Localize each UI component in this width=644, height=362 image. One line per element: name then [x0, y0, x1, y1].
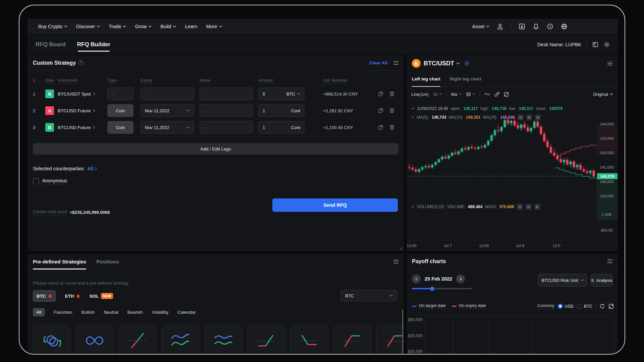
gear-icon[interactable] — [526, 204, 532, 210]
asset-chip-eth[interactable]: ETH — [65, 294, 80, 299]
filter-neutral[interactable]: Neutral — [104, 310, 118, 315]
fullscreen-icon[interactable] — [504, 92, 509, 97]
expiry-select[interactable]: Nov 11,2022 — [141, 104, 194, 117]
duplicate-icon[interactable] — [378, 125, 383, 130]
nav-item-learn[interactable]: Learn — [185, 24, 197, 29]
type-button[interactable]: Coin — [107, 104, 133, 117]
drawing-tools-icon[interactable] — [494, 92, 499, 97]
tab-right-leg-chart[interactable]: Right leg chart — [450, 71, 482, 86]
duplicate-icon[interactable] — [378, 108, 383, 113]
instrument-link[interactable]: BTCUSD Future — [58, 125, 107, 130]
eye-icon[interactable] — [517, 204, 523, 210]
anonymous-checkbox-row[interactable]: Anonymous — [33, 178, 67, 184]
tab-rfq-board[interactable]: RFQ Board — [36, 34, 66, 55]
anonymous-checkbox[interactable] — [33, 178, 39, 184]
panel-menu-icon[interactable] — [607, 259, 612, 263]
indicator-line-icon[interactable] — [484, 93, 490, 96]
strike-input[interactable]: -- — [200, 121, 253, 134]
analysis-button[interactable]: Analysis — [591, 274, 613, 287]
notifications-icon[interactable] — [533, 23, 539, 30]
legend-target-date[interactable]: On target date — [412, 303, 446, 309]
payoff-plot[interactable]: $60,000$30,000$30,000 — [407, 313, 618, 355]
type-input[interactable]: -- — [107, 87, 133, 100]
strategy-card-long-put[interactable] — [290, 325, 328, 355]
strategy-card-future-long[interactable] — [119, 325, 156, 355]
help-icon[interactable]: ? — [547, 23, 553, 30]
expiry-select[interactable]: Nov 11,2022 — [141, 121, 194, 134]
scale-select[interactable]: Original — [593, 92, 613, 97]
panel-menu-icon[interactable] — [393, 260, 398, 263]
filter-favorites[interactable]: Favorites — [54, 310, 72, 315]
strategy-card-roll[interactable] — [33, 325, 70, 355]
gear-icon[interactable] — [604, 42, 610, 48]
nav-item-build[interactable]: Build — [160, 24, 176, 29]
tab-left-leg-chart[interactable]: Left leg chart — [412, 71, 440, 86]
close-icon[interactable] — [535, 114, 541, 120]
add-edit-legs-button[interactable]: Add / Edit Legs — [33, 143, 398, 155]
candlestick-chart[interactable]: 144,000143,000142,000141,000140,000139,0… — [407, 106, 618, 251]
trash-icon[interactable] — [389, 108, 394, 113]
layout-icon[interactable] — [592, 42, 598, 48]
expiry-input[interactable]: -- — [141, 87, 194, 100]
counterparties-all-link[interactable]: All — [87, 166, 97, 171]
nav-item-more[interactable]: More — [206, 24, 222, 29]
strategy-card-long-call[interactable] — [248, 325, 285, 355]
tab-rfq-builder[interactable]: RFQ Builder — [77, 34, 110, 55]
amount-input[interactable]: 1Cont — [258, 104, 305, 117]
refresh-icon[interactable] — [599, 303, 605, 309]
panel-menu-icon[interactable] — [607, 62, 612, 65]
language-icon[interactable] — [561, 23, 568, 30]
close-icon[interactable] — [534, 204, 540, 210]
prev-date-button[interactable] — [412, 275, 421, 283]
asset-select[interactable]: BTC — [341, 290, 397, 301]
tab-pre-defined-strategies[interactable]: Pre-defined Strategies — [33, 254, 86, 269]
nav-item-buy-crypto[interactable]: Buy Crypto — [38, 24, 67, 29]
asset-chip-btc[interactable]: BTC — [33, 290, 56, 302]
trash-icon[interactable] — [389, 125, 394, 130]
amount-input[interactable]: 1Cont — [258, 121, 305, 134]
amount-input[interactable]: 5BTC — [258, 87, 305, 100]
symbol-select[interactable]: BTC/USDT — [424, 60, 460, 67]
line-interval-label[interactable]: Line(1m) — [411, 92, 428, 97]
eye-icon[interactable] — [518, 114, 524, 120]
tab-positions[interactable]: Positions — [96, 254, 119, 269]
profile-icon[interactable] — [497, 23, 503, 30]
date-slider[interactable] — [412, 288, 472, 289]
next-date-button[interactable] — [456, 275, 465, 283]
panel-menu-icon[interactable] — [393, 61, 398, 65]
candle-style-select[interactable] — [466, 92, 475, 97]
trash-icon[interactable] — [389, 91, 394, 97]
nav-item-trade[interactable]: Trade — [109, 24, 126, 29]
strike-input[interactable]: -- — [200, 104, 253, 117]
filter-all[interactable]: All — [33, 308, 45, 316]
strategy-card-bull-spread[interactable] — [333, 325, 371, 355]
strategy-card-bull-spread[interactable] — [376, 325, 404, 355]
scrollbar[interactable] — [402, 309, 403, 354]
strike-input[interactable]: -- — [200, 87, 253, 100]
gear-icon[interactable] — [526, 114, 532, 120]
currency-btc-radio[interactable]: BTC — [577, 304, 592, 309]
clear-all-button[interactable]: Clear All — [369, 60, 387, 65]
instrument-link[interactable]: BTCUSD Future — [58, 108, 107, 113]
ma-select[interactable]: Ma — [451, 92, 462, 97]
filter-bearish[interactable]: Bearish — [127, 310, 143, 315]
strategy-card-infinity[interactable] — [76, 325, 113, 355]
help-circle-icon[interactable]: ? — [78, 60, 84, 65]
asset-chip-sol[interactable]: SOLNEW — [90, 293, 113, 299]
instrument-link[interactable]: BTC/USDT Spot — [58, 92, 107, 97]
risk-unit-select[interactable]: BTCUSD Risk Unit — [538, 274, 587, 287]
resize-handle-icon[interactable] — [399, 246, 403, 250]
nav-item-grow[interactable]: Grow — [135, 24, 152, 29]
download-icon[interactable] — [519, 23, 525, 30]
info-icon[interactable]: i — [464, 61, 470, 66]
duplicate-icon[interactable] — [378, 91, 383, 97]
strategy-card-waves-flat[interactable] — [205, 325, 242, 355]
filter-calendar[interactable]: Calendar — [177, 310, 196, 315]
nav-item-discover[interactable]: Discover — [76, 24, 100, 29]
currency-usd-radio[interactable]: USD — [558, 304, 574, 309]
strategy-card-waves[interactable] — [162, 325, 199, 355]
slider-knob[interactable] — [430, 287, 434, 291]
legend-expiry-date[interactable]: On expiry date — [452, 303, 486, 309]
filter-volatility[interactable]: Volatility — [152, 310, 169, 315]
interval-select[interactable]: 1h — [433, 92, 442, 97]
